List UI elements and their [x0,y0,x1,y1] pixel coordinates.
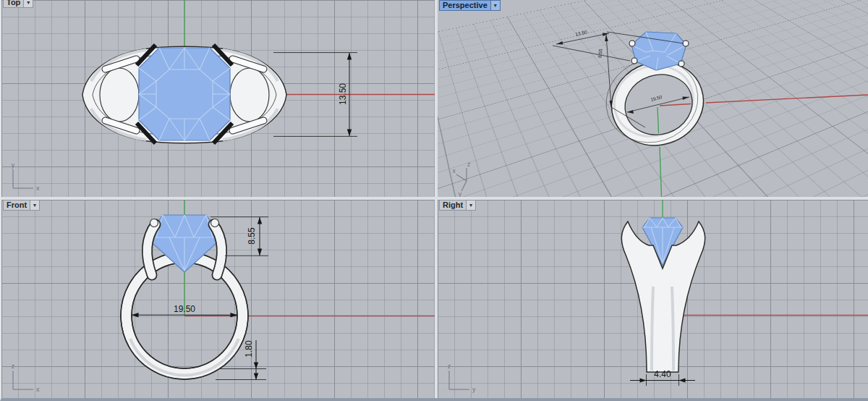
viewport-tab-top[interactable]: Top ▾ [3,0,33,8]
cplane-axis-icon: y x [12,161,40,192]
svg-text:8.55: 8.55 [597,48,603,59]
viewport-tab-perspective[interactable]: Perspective ▾ [439,0,501,11]
viewport-menu-arrow-icon[interactable]: ▾ [30,200,39,210]
viewport-perspective[interactable]: 13.50 8.55 19.50 z x y Perspectiv [438,0,868,197]
perspective-view-drawing: 13.50 8.55 19.50 z x y [438,0,868,197]
cplane-axis-icon: z x [12,363,40,393]
dimension-band-width: 4.40 [630,369,695,386]
viewport-title[interactable]: Front [4,200,30,210]
viewport-tab-right[interactable]: Right ▾ [439,200,476,211]
svg-text:13.50: 13.50 [575,29,588,36]
ring-top-view [82,45,286,143]
front-view-drawing: 8.55 19.50 1.80 z x [1,200,435,398]
viewport-menu-arrow-icon[interactable]: ▾ [490,1,500,10]
axis-lines [706,95,868,103]
dimension-inner-diameter: 19.50 [132,304,237,317]
viewport-front[interactable]: 8.55 19.50 1.80 z x Fr [1,200,435,398]
viewport-title[interactable]: Top [4,0,23,7]
svg-text:z: z [467,161,471,168]
svg-text:x: x [36,386,40,393]
gemstone-top [139,48,230,140]
viewport-tab-front[interactable]: Front ▾ [3,200,40,211]
svg-text:1.80: 1.80 [244,340,254,358]
svg-text:x: x [36,185,40,192]
svg-text:4.40: 4.40 [654,369,671,379]
viewport-menu-arrow-icon[interactable]: ▾ [466,200,475,210]
svg-text:y: y [472,386,476,393]
cplane-axis-icon: z y [448,363,476,393]
svg-text:y: y [459,190,462,197]
viewport-title[interactable]: Perspective [440,1,490,10]
gemstone-perspective [629,32,689,70]
right-view-drawing: 4.40 z y [438,200,868,398]
svg-text:y: y [12,161,15,169]
viewport-right[interactable]: 4.40 z y Right ▾ [438,200,868,398]
viewport-title[interactable]: Right [440,200,466,210]
ring-right-view [621,218,705,372]
viewport-menu-arrow-icon[interactable]: ▾ [23,0,33,7]
svg-text:19.50: 19.50 [174,304,195,314]
world-axis-icon: z x y [453,161,472,197]
cad-viewport-grid: 13.50 y x Top ▾ [0,0,868,401]
top-view-drawing: 13.50 y x [1,0,435,197]
svg-text:8.55: 8.55 [247,227,257,245]
svg-text:z: z [448,363,451,370]
viewport-top[interactable]: 13.50 y x Top ▾ [1,0,435,197]
svg-text:z: z [12,363,15,370]
svg-text:x: x [453,167,456,174]
svg-text:13.50: 13.50 [338,83,348,105]
ring-perspective [595,32,715,197]
